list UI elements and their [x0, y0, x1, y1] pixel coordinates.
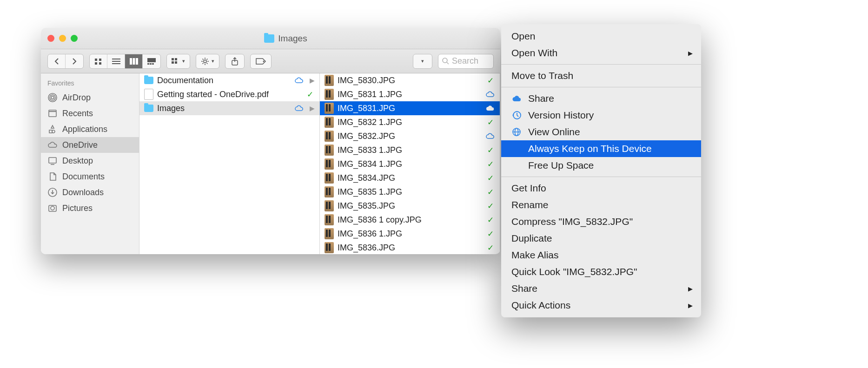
svg-rect-28 [49, 158, 56, 163]
column-view-button[interactable] [125, 54, 143, 68]
context-menu-item[interactable]: Make Alias [501, 247, 701, 263]
column2-row[interactable]: IMG_5836.JPG✓ [320, 241, 500, 254]
context-menu-item[interactable]: View Online [501, 124, 701, 140]
sidebar-item-desktop[interactable]: Desktop [41, 153, 139, 169]
column1-row[interactable]: Getting started - OneDrive.pdf✓ [139, 87, 319, 101]
recents-icon [47, 108, 58, 118]
context-menu-item[interactable]: Free Up Space [501, 157, 701, 174]
window-title: Images [278, 33, 307, 44]
file-name: IMG_5836 1.JPG [338, 229, 482, 239]
action-button[interactable]: ▾ [196, 54, 219, 69]
cloud-icon [486, 133, 495, 139]
column2-row[interactable]: IMG_5830.JPG✓ [320, 73, 500, 87]
column2-row[interactable]: IMG_5834.JPG✓ [320, 171, 500, 185]
synced-icon: ✓ [486, 215, 495, 225]
column2-row[interactable]: IMG_5836 1.JPG✓ [320, 227, 500, 241]
context-menu-label: Open With [511, 47, 557, 59]
context-menu-item[interactable]: Always Keep on This Device [501, 140, 701, 157]
context-menu-item[interactable]: Get Info [501, 180, 701, 197]
context-menu-item[interactable]: Quick Look "IMG_5832.JPG" [501, 263, 701, 280]
svg-line-22 [447, 62, 449, 64]
column2-row[interactable]: IMG_5835 1.JPG✓ [320, 185, 500, 199]
globe-icon [511, 127, 522, 137]
context-menu-item[interactable]: Share [501, 280, 701, 297]
svg-point-24 [50, 95, 55, 100]
synced-icon: ✓ [486, 243, 495, 253]
file-name: IMG_5834 1.JPG [338, 159, 482, 169]
column2-row[interactable]: IMG_5832 1.JPG✓ [320, 115, 500, 129]
back-button[interactable] [48, 54, 66, 68]
synced-icon: ✓ [305, 90, 315, 99]
svg-rect-10 [147, 58, 156, 62]
context-menu-item[interactable]: Duplicate [501, 230, 701, 247]
context-menu-item[interactable]: Open [501, 28, 701, 45]
context-menu-item[interactable]: Open With [501, 45, 701, 61]
column2-row[interactable]: IMG_5833 1.JPG✓ [320, 143, 500, 157]
file-name: IMG_5835 1.JPG [338, 187, 482, 197]
sidebar-item-applications[interactable]: Applications [41, 121, 139, 137]
tags-button[interactable] [250, 54, 272, 69]
list-view-button[interactable] [107, 54, 125, 68]
context-menu-item[interactable]: Version History [501, 107, 701, 124]
synced-icon: ✓ [486, 159, 495, 169]
sidebar-item-pictures[interactable]: Pictures [41, 200, 139, 216]
dropdown-button[interactable]: ▾ [413, 54, 432, 69]
context-menu-item[interactable]: Share [501, 90, 701, 107]
search-field[interactable]: Search [438, 54, 494, 69]
svg-rect-12 [150, 63, 152, 65]
sidebar-item-onedrive[interactable]: OneDrive [41, 137, 139, 153]
svg-rect-16 [172, 61, 174, 64]
column1-row[interactable]: Documentation▶ [139, 73, 319, 87]
svg-rect-26 [49, 112, 56, 117]
context-menu-item[interactable]: Rename [501, 197, 701, 213]
context-menu-label: Free Up Space [528, 160, 594, 171]
context-menu-item[interactable]: Move to Trash [501, 67, 701, 84]
sidebar-item-airdrop[interactable]: AirDrop [41, 90, 139, 105]
column2-row[interactable]: IMG_5835.JPG✓ [320, 199, 500, 213]
cloud-icon [486, 91, 495, 98]
sidebar-item-label: Applications [62, 125, 107, 134]
gallery-view-button[interactable] [143, 54, 160, 68]
menu-separator [501, 87, 701, 87]
arrange-button[interactable]: ▾ [166, 54, 190, 69]
file-name: Documentation [157, 76, 291, 85]
column1-row[interactable]: Images▶ [139, 101, 319, 115]
sidebar-item-recents[interactable]: Recents [41, 105, 139, 121]
svg-rect-2 [95, 62, 97, 65]
context-menu-label: Make Alias [511, 250, 559, 261]
sidebar-item-downloads[interactable]: Downloads [41, 184, 139, 200]
minimize-window-button[interactable] [59, 35, 66, 42]
sidebar-item-documents[interactable]: Documents [41, 169, 139, 184]
context-menu: OpenOpen WithMove to TrashShareVersion H… [501, 24, 701, 317]
cloud-icon [295, 77, 304, 84]
airdrop-icon [47, 92, 58, 103]
context-menu-label: Version History [528, 110, 594, 121]
file-name: IMG_5836.JPG [338, 243, 482, 253]
image-thumbnail-icon [325, 214, 334, 225]
svg-rect-9 [136, 58, 138, 65]
close-window-button[interactable] [47, 35, 54, 42]
sidebar-item-label: Desktop [62, 156, 93, 166]
column2-row[interactable]: IMG_5831 1.JPG [320, 87, 500, 101]
file-name: IMG_5830.JPG [338, 76, 482, 85]
sidebar-item-label: Downloads [62, 188, 104, 197]
forward-button[interactable] [66, 54, 83, 68]
folder-icon [144, 77, 153, 84]
column2-row[interactable]: IMG_5832.JPG [320, 129, 500, 143]
nav-buttons [47, 54, 84, 69]
column2-row[interactable]: IMG_5836 1 copy.JPG✓ [320, 213, 500, 227]
image-thumbnail-icon [325, 117, 334, 128]
menu-separator [501, 177, 701, 177]
svg-point-18 [204, 60, 206, 63]
context-menu-item[interactable]: Quick Actions [501, 297, 701, 314]
column2-row[interactable]: IMG_5834 1.JPG✓ [320, 157, 500, 171]
column2-row[interactable]: IMG_5831.JPG [320, 101, 500, 115]
zoom-window-button[interactable] [71, 35, 78, 42]
svg-rect-17 [175, 61, 177, 64]
share-button[interactable] [225, 54, 245, 69]
desktop-icon [47, 156, 58, 166]
icon-view-button[interactable] [90, 54, 107, 68]
context-menu-item[interactable]: Compress "IMG_5832.JPG" [501, 213, 701, 230]
sidebar-item-label: Recents [62, 109, 93, 118]
svg-rect-27 [49, 110, 56, 112]
